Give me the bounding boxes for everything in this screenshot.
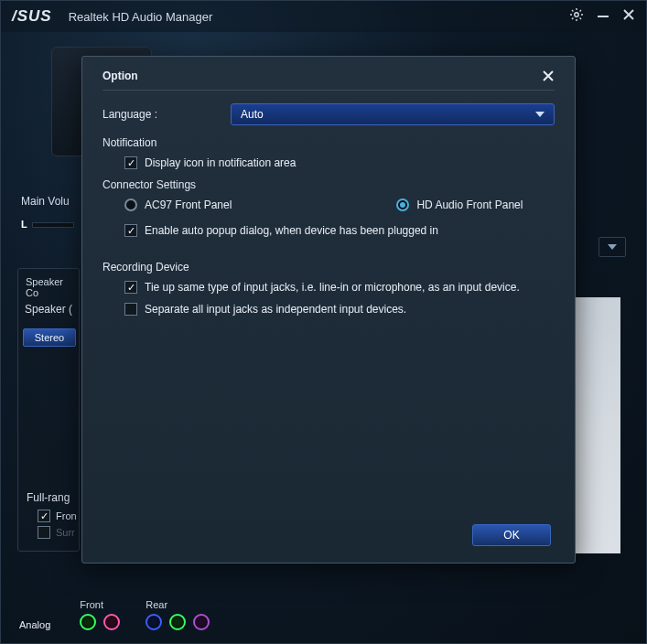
svg-rect-1 (598, 16, 609, 17)
notification-icon-label: Display icon in notification area (145, 156, 296, 169)
asus-logo: /SUS (12, 7, 52, 26)
language-value: Auto (241, 108, 264, 121)
left-channel-label: L (21, 219, 27, 230)
ac97-radio[interactable]: AC97 Front Panel (124, 199, 232, 211)
checkbox-icon (38, 510, 50, 522)
rear-blue-jack-icon[interactable] (146, 614, 162, 630)
speaker-label: Speaker ( (25, 303, 72, 316)
front-green-jack-icon[interactable] (80, 614, 96, 630)
language-row: Language : Auto (102, 103, 555, 125)
svg-point-0 (575, 13, 578, 16)
connector-radio-row: AC97 Front Panel HD Audio Front Panel (124, 199, 555, 211)
radio-icon (396, 199, 409, 211)
auto-popup-checkbox[interactable]: Enable auto popup dialog, when device ha… (124, 224, 555, 237)
language-select[interactable]: Auto (231, 103, 555, 125)
speaker-config-header: Speaker Co (18, 269, 79, 306)
front-speaker-checkbox[interactable]: Fron (38, 510, 77, 522)
volume-slider[interactable] (32, 222, 74, 228)
tie-up-label: Tie up same type of input jacks, i.e. li… (145, 281, 520, 294)
main-volume-label: Main Volu (21, 195, 70, 208)
language-label: Language : (102, 108, 231, 121)
device-dropdown[interactable] (598, 237, 626, 257)
checkbox-icon (124, 281, 137, 294)
option-dialog: Option Language : Auto Notification Disp… (81, 56, 576, 564)
chevron-down-icon (535, 112, 545, 117)
front-pink-jack-icon[interactable] (103, 614, 120, 630)
fullrange-label: Full-rang (27, 491, 70, 504)
rear-port-group: Rear (146, 599, 210, 630)
port-row: Analog Front Rear (19, 599, 210, 630)
hd-audio-label: HD Audio Front Panel (416, 199, 523, 211)
radio-icon (124, 199, 137, 211)
close-icon[interactable] (622, 8, 635, 25)
hd-audio-radio[interactable]: HD Audio Front Panel (396, 199, 523, 211)
main-window: /SUS Realtek HD Audio Manager Main Volu … (0, 0, 647, 644)
notification-heading: Notification (102, 136, 555, 149)
dialog-close-icon[interactable] (542, 70, 555, 82)
rear-ports-label: Rear (146, 599, 210, 610)
settings-icon[interactable] (569, 7, 584, 26)
front-ports-label: Front (80, 599, 120, 610)
separate-jacks-checkbox[interactable]: Separate all input jacks as independent … (124, 303, 555, 316)
notification-icon-checkbox[interactable]: Display icon in notification area (124, 156, 555, 169)
ac97-label: AC97 Front Panel (145, 199, 232, 211)
separate-label: Separate all input jacks as independent … (145, 303, 406, 316)
ok-button[interactable]: OK (472, 524, 551, 546)
stereo-button[interactable]: Stereo (23, 328, 76, 347)
front-label: Fron (56, 510, 77, 521)
auto-popup-label: Enable auto popup dialog, when device ha… (145, 224, 438, 237)
checkbox-icon (124, 224, 137, 237)
checkbox-icon (124, 156, 137, 169)
front-port-group: Front (80, 599, 120, 630)
rear-purple-jack-icon[interactable] (193, 614, 210, 630)
analog-label: Analog (19, 619, 50, 630)
speaker-layout-image (573, 297, 620, 553)
app-title: Realtek HD Audio Manager (69, 10, 569, 24)
dialog-title: Option (102, 70, 138, 82)
checkbox-icon (124, 303, 137, 316)
recording-device-heading: Recording Device (102, 261, 555, 274)
title-controls (569, 7, 635, 26)
dialog-title-row: Option (102, 70, 555, 91)
surround-speaker-checkbox: Surr (38, 526, 75, 539)
title-bar: /SUS Realtek HD Audio Manager (1, 1, 646, 32)
dialog-body: Language : Auto Notification Display ico… (102, 91, 555, 316)
tie-up-checkbox[interactable]: Tie up same type of input jacks, i.e. li… (124, 281, 555, 294)
rear-green-jack-icon[interactable] (169, 614, 186, 630)
connector-settings-heading: Connector Settings (102, 178, 555, 191)
checkbox-icon (38, 526, 50, 539)
surround-label: Surr (56, 527, 75, 538)
minimize-icon[interactable] (597, 8, 609, 25)
